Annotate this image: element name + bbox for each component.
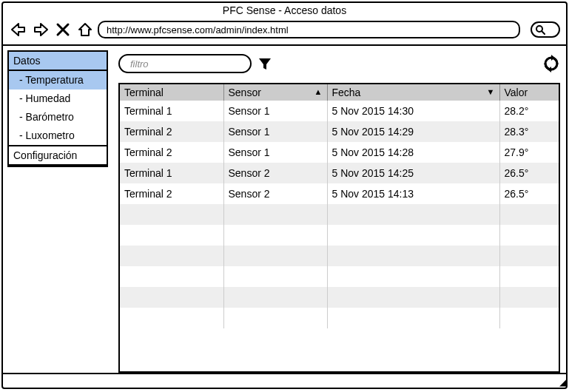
cell-empty (327, 287, 499, 308)
cell-empty (120, 266, 223, 287)
cell-empty (223, 287, 327, 308)
forward-button[interactable] (31, 20, 50, 39)
cell-empty (120, 225, 223, 246)
table-row-empty (120, 204, 559, 225)
resize-grip-icon[interactable]: ◢ (559, 377, 565, 388)
cell-empty (499, 246, 559, 266)
browser-window: PFC Sense - Acceso datos Datos - Tempera… (1, 1, 568, 389)
cell-empty (499, 266, 559, 287)
table-header-row: Terminal Sensor▲ Fecha▼ Valor (120, 84, 559, 101)
cell-empty (120, 287, 223, 308)
funnel-icon (257, 56, 272, 71)
col-header-fecha[interactable]: Fecha▼ (327, 84, 499, 101)
svg-line-1 (542, 31, 545, 34)
table-row[interactable]: Terminal 1Sensor 25 Nov 2015 14:2526.5° (120, 163, 559, 183)
cell-sensor: Sensor 1 (223, 121, 327, 142)
table-row-empty (120, 246, 559, 266)
col-label: Valor (505, 87, 528, 98)
table-row[interactable]: Terminal 2Sensor 15 Nov 2015 14:2827.9° (120, 142, 559, 163)
col-header-valor[interactable]: Valor (499, 84, 559, 101)
arrow-right-icon (32, 21, 50, 38)
body-area: Datos - Temperatura - Humedad - Barómetr… (3, 46, 566, 373)
cell-terminal: Terminal 1 (120, 101, 223, 121)
table-row-empty (120, 266, 559, 287)
col-label: Sensor (229, 87, 261, 98)
cell-empty (223, 266, 327, 287)
col-label: Terminal (124, 87, 164, 98)
table-row[interactable]: Terminal 2Sensor 25 Nov 2015 14:1326.5° (120, 183, 559, 204)
sidebar-item-humedad[interactable]: - Humedad (9, 89, 107, 108)
cell-empty (327, 204, 499, 225)
cell-empty (223, 246, 327, 266)
cell-valor: 26.5° (499, 163, 559, 183)
sidebar-item-luxometro[interactable]: - Luxometro (9, 126, 107, 145)
data-table: Terminal Sensor▲ Fecha▼ Valor Terminal 1… (120, 84, 559, 328)
table-row-empty (120, 308, 559, 328)
cell-empty (499, 287, 559, 308)
sidebar: Datos - Temperatura - Humedad - Barómetr… (7, 50, 108, 167)
col-header-sensor[interactable]: Sensor▲ (223, 84, 327, 101)
browser-search-button[interactable] (531, 21, 560, 38)
cell-empty (499, 225, 559, 246)
back-button[interactable] (9, 20, 28, 39)
sort-asc-icon: ▲ (314, 87, 323, 96)
col-header-terminal[interactable]: Terminal (120, 84, 223, 101)
cell-fecha: 5 Nov 2015 14:25 (327, 163, 499, 183)
cell-empty (327, 308, 499, 328)
data-table-wrap: Terminal Sensor▲ Fecha▼ Valor Terminal 1… (118, 83, 560, 373)
refresh-icon (542, 55, 560, 72)
refresh-button[interactable] (542, 55, 560, 72)
cell-valor: 27.9° (499, 142, 559, 163)
arrow-left-icon (10, 21, 27, 38)
sidebar-header-datos[interactable]: Datos (9, 52, 107, 71)
cell-empty (223, 308, 327, 328)
cell-valor: 26.5° (499, 183, 559, 204)
sidebar-group-datos: Datos - Temperatura - Humedad - Barómetr… (9, 52, 107, 145)
sidebar-header-config[interactable]: Configuración (9, 146, 107, 166)
cell-empty (120, 204, 223, 225)
cell-empty (223, 225, 327, 246)
cell-empty (120, 308, 223, 328)
filter-row (118, 50, 560, 77)
cell-terminal: Terminal 2 (120, 121, 223, 142)
search-icon (535, 24, 545, 35)
cell-sensor: Sensor 1 (223, 142, 327, 163)
cell-empty (223, 204, 327, 225)
cell-fecha: 5 Nov 2015 14:28 (327, 142, 499, 163)
cell-sensor: Sensor 1 (223, 101, 327, 121)
cell-valor: 28.2° (499, 101, 559, 121)
table-row[interactable]: Terminal 1Sensor 15 Nov 2015 14:3028.2° (120, 101, 559, 121)
main-panel: Terminal Sensor▲ Fecha▼ Valor Terminal 1… (118, 50, 560, 373)
col-label: Fecha (332, 87, 361, 98)
x-icon (55, 22, 70, 37)
sort-desc-icon: ▼ (487, 87, 495, 96)
cell-fecha: 5 Nov 2015 14:30 (327, 101, 499, 121)
filter-input-wrap (118, 54, 252, 73)
cell-terminal: Terminal 2 (120, 183, 223, 204)
cell-fecha: 5 Nov 2015 14:13 (327, 183, 499, 204)
cell-empty (499, 204, 559, 225)
table-row[interactable]: Terminal 2Sensor 15 Nov 2015 14:2928.3° (120, 121, 559, 142)
window-title: PFC Sense - Acceso datos (3, 3, 566, 18)
cell-sensor: Sensor 2 (223, 183, 327, 204)
sidebar-item-temperatura[interactable]: - Temperatura (9, 71, 107, 89)
url-input[interactable] (98, 21, 520, 38)
sidebar-group-config: Configuración (9, 145, 107, 166)
filter-button[interactable] (257, 56, 272, 71)
sidebar-item-barometro[interactable]: - Barómetro (9, 108, 107, 126)
cell-empty (327, 225, 499, 246)
cell-terminal: Terminal 2 (120, 142, 223, 163)
cell-fecha: 5 Nov 2015 14:29 (327, 121, 499, 142)
stop-button[interactable] (53, 20, 73, 39)
cell-sensor: Sensor 2 (223, 163, 327, 183)
home-icon (76, 21, 94, 38)
table-row-empty (120, 287, 559, 308)
cell-empty (327, 246, 499, 266)
cell-valor: 28.3° (499, 121, 559, 142)
table-body: Terminal 1Sensor 15 Nov 2015 14:3028.2°T… (120, 101, 559, 328)
cell-empty (499, 308, 559, 328)
status-bar: ◢ (3, 373, 566, 388)
cell-empty (120, 246, 223, 266)
home-button[interactable] (75, 20, 95, 39)
filter-input[interactable] (129, 58, 256, 70)
